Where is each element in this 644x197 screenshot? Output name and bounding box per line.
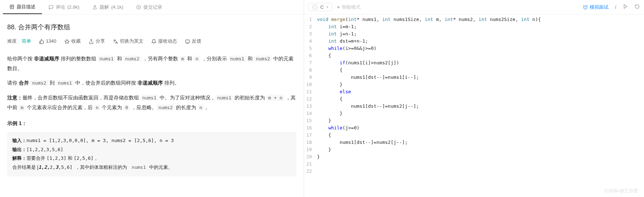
tab-count: (4.1k) — [111, 4, 123, 10]
problem-panel: 题目描述 评论 (2.8k) 题解 (4.1k) 提交记录 88. 合并两个有序… — [0, 0, 304, 197]
translate-icon — [113, 39, 118, 44]
example-heading: 示例 1： — [7, 119, 296, 128]
code-toolbar: i C ▾ 智能模式 模拟面试 i — [304, 0, 644, 14]
feedback-button[interactable]: 反馈 — [185, 37, 201, 46]
tab-submissions[interactable]: 提交记录 — [130, 0, 169, 14]
description-icon — [9, 4, 14, 9]
run-button[interactable] — [623, 4, 628, 10]
svg-point-8 — [584, 5, 587, 9]
line-gutter: 12345678910111213141516171819202122 — [304, 14, 317, 197]
problem-meta: 难度 简单 1340 收藏 分享 切换为英文 接收动态 — [7, 37, 296, 46]
info-icon: i — [312, 5, 317, 10]
comment-icon — [49, 5, 54, 10]
history-icon — [136, 5, 141, 10]
tab-solutions[interactable]: 题解 (4.1k) — [86, 0, 130, 14]
difficulty: 难度 简单 — [7, 37, 31, 46]
dot-icon — [337, 6, 340, 8]
chevron-down-icon: ▾ — [327, 5, 328, 9]
tab-label: 题解 — [100, 4, 109, 10]
thumbs-up-icon — [39, 39, 44, 44]
problem-content: 88. 合并两个有序数组 难度 简单 1340 收藏 分享 切换为英文 — [0, 14, 304, 183]
language-select[interactable]: i C ▾ — [308, 3, 332, 11]
tab-label: 评论 — [56, 4, 65, 10]
svg-marker-12 — [624, 5, 627, 9]
code-editor[interactable]: 12345678910111213141516171819202122 void… — [304, 14, 644, 197]
svg-rect-6 — [185, 40, 189, 43]
description-p3: 注意：最终，合并后数组不应由函数返回，而是存储在数组 nums1 中。为了应对这… — [7, 93, 296, 112]
tab-label: 提交记录 — [143, 4, 162, 10]
share-button[interactable]: 分享 — [89, 37, 105, 46]
description-p1: 给你两个按 非递减顺序 排列的整数数组 nums1 和 nums2 ，另有两个整… — [7, 54, 296, 73]
subscribe-button[interactable]: 接收动态 — [151, 37, 177, 46]
example-box: 输入：nums1 = [1,2,3,0,0,0], m = 3, nums2 =… — [7, 132, 296, 176]
tab-count: (2.8k) — [67, 4, 79, 10]
svg-line-10 — [583, 5, 584, 6]
tab-description[interactable]: 题目描述 — [3, 0, 42, 14]
svg-line-11 — [587, 5, 588, 6]
problem-tabs: 题目描述 评论 (2.8k) 题解 (4.1k) 提交记录 — [0, 0, 304, 14]
alarm-icon — [583, 5, 588, 10]
code-panel: i C ▾ 智能模式 模拟面试 i 1234567891011121314151… — [304, 0, 644, 197]
star-icon — [64, 39, 70, 44]
code-body[interactable]: void merge(int* nums1, int nums1Size, in… — [317, 14, 644, 197]
watermark: CSDN @三分苦 — [605, 188, 638, 194]
bell-icon — [151, 39, 156, 44]
mock-interview-button[interactable]: 模拟面试 — [583, 4, 609, 10]
favorite-button[interactable]: 收藏 — [64, 37, 81, 46]
tab-comments[interactable]: 评论 (2.8k) — [42, 0, 86, 14]
feedback-icon — [185, 39, 190, 44]
info-button[interactable]: i — [615, 4, 616, 10]
like-button[interactable]: 1340 — [39, 37, 56, 46]
switch-language-button[interactable]: 切换为英文 — [113, 37, 143, 46]
problem-title: 88. 合并两个有序数组 — [7, 21, 296, 33]
reset-button[interactable] — [635, 4, 640, 10]
flask-icon — [92, 5, 97, 10]
tab-label: 题目描述 — [17, 4, 35, 10]
share-icon — [89, 39, 94, 44]
svg-marker-5 — [65, 39, 69, 43]
smart-mode-toggle[interactable]: 智能模式 — [337, 4, 361, 10]
description-p2: 请你 合并 nums2 到 nums1 中，使合并后的数组同样按 非递减顺序 排… — [7, 78, 296, 88]
